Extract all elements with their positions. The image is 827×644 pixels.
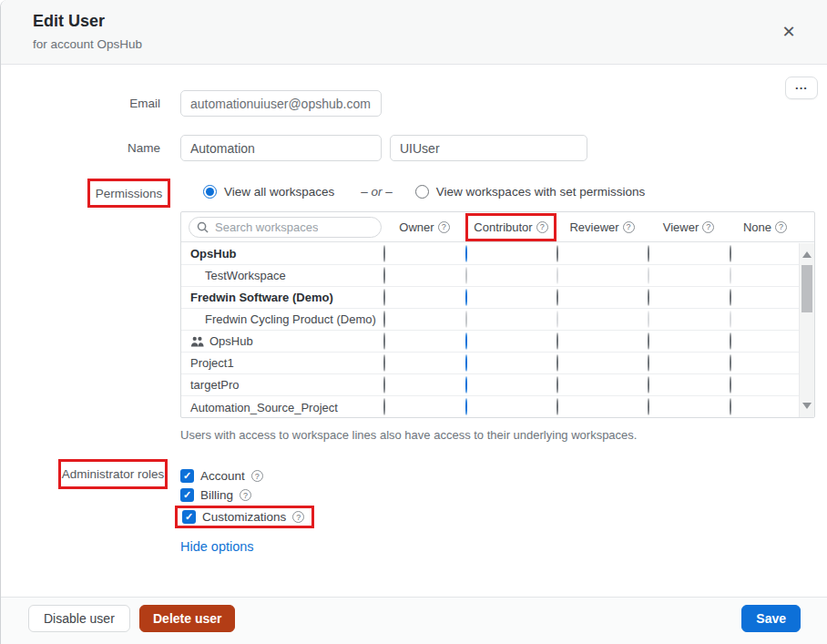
column-header-owner: Owner: [383, 215, 465, 240]
table-row: Automation_Source_Project: [181, 396, 799, 417]
column-label: Reviewer: [569, 220, 618, 234]
last-name-field[interactable]: UIUser: [390, 135, 587, 161]
permissions-label: Permissions: [87, 179, 170, 208]
table-header-row: Search workspaces OwnerContributorReview…: [181, 212, 814, 242]
admin-role-row-billing: Billing: [175, 486, 314, 505]
help-icon[interactable]: [702, 221, 714, 233]
view-all-workspaces-radio[interactable]: [203, 185, 217, 199]
reviewer-radio: [556, 267, 558, 284]
table-row: OpsHub: [181, 243, 799, 265]
reviewer-radio[interactable]: [556, 354, 558, 372]
viewer-radio[interactable]: [648, 245, 649, 262]
owner-radio[interactable]: [383, 376, 385, 394]
column-header-reviewer: Reviewer: [556, 215, 648, 240]
contributor-radio[interactable]: [465, 289, 467, 306]
close-icon[interactable]: [778, 21, 800, 43]
name-label: Name: [1, 141, 160, 155]
contributor-radio[interactable]: [465, 332, 467, 350]
email-label: Email: [1, 97, 160, 110]
contributor-radio[interactable]: [465, 245, 467, 262]
contributor-radio[interactable]: [465, 354, 467, 372]
column-header-contributor: Contributor: [465, 213, 556, 241]
disable-user-button[interactable]: Disable user: [28, 605, 130, 632]
owner-radio[interactable]: [383, 267, 385, 284]
viewer-radio[interactable]: [648, 289, 649, 306]
contributor-radio[interactable]: [465, 398, 467, 415]
table-body: OpsHubTestWorkspaceFredwin Software (Dem…: [181, 243, 799, 417]
none-radio[interactable]: [730, 332, 731, 350]
owner-radio[interactable]: [383, 289, 385, 306]
contributor-radio: [465, 311, 467, 328]
help-icon[interactable]: [775, 221, 787, 233]
billing-checkbox[interactable]: [180, 488, 194, 502]
table-row: targetPro: [181, 374, 799, 396]
column-label: Contributor: [474, 220, 532, 234]
permissions-label-text: Permissions: [96, 187, 163, 200]
administrator-roles-label-text: Administrator roles: [62, 467, 165, 481]
help-icon[interactable]: [623, 221, 635, 233]
viewer-radio[interactable]: [648, 398, 649, 415]
administrator-roles-label: Administrator roles: [58, 459, 168, 489]
column-label: None: [743, 220, 771, 234]
viewer-radio: [648, 267, 649, 284]
delete-user-button[interactable]: Delete user: [139, 605, 235, 632]
contributor-radio[interactable]: [465, 376, 467, 394]
reviewer-radio[interactable]: [556, 332, 558, 350]
workspace-name: OpsHub: [181, 247, 383, 261]
none-radio[interactable]: [730, 376, 731, 394]
scroll-down-icon[interactable]: [802, 403, 812, 409]
scrollbar-thumb[interactable]: [801, 265, 812, 312]
reviewer-radio[interactable]: [556, 398, 558, 415]
table-row: Project1: [181, 353, 799, 374]
ellipsis-icon: [795, 82, 808, 89]
dialog-subtitle: for account OpsHub: [33, 37, 142, 51]
help-icon[interactable]: [438, 221, 450, 233]
owner-radio[interactable]: [383, 354, 385, 372]
search-icon: [197, 221, 209, 233]
help-icon[interactable]: [240, 489, 251, 501]
help-icon[interactable]: [292, 511, 304, 523]
help-icon[interactable]: [251, 470, 263, 482]
page-title: Edit User: [33, 12, 105, 31]
checkbox-label: Account: [200, 469, 245, 483]
reviewer-radio[interactable]: [556, 245, 558, 262]
viewer-radio[interactable]: [648, 332, 649, 350]
view-set-permissions-radio[interactable]: [415, 185, 429, 199]
owner-radio[interactable]: [383, 332, 385, 350]
search-input[interactable]: Search workspaces: [189, 217, 382, 238]
workspace-permissions-table: Search workspaces OwnerContributorReview…: [180, 211, 815, 418]
viewer-radio[interactable]: [648, 376, 649, 394]
workspace-name: TestWorkspace: [181, 269, 383, 282]
owner-radio[interactable]: [383, 398, 385, 415]
viewer-radio: [648, 311, 649, 328]
contributor-radio: [465, 267, 467, 284]
hide-options-link[interactable]: Hide options: [180, 539, 254, 554]
column-label: Owner: [399, 220, 434, 234]
view-set-permissions-label: View workspaces with set permissions: [436, 185, 645, 199]
more-options-button[interactable]: [785, 77, 818, 99]
none-radio[interactable]: [730, 398, 731, 415]
or-separator: – or –: [361, 185, 393, 199]
checkbox-label: Customizations: [202, 510, 286, 524]
workspace-name: Automation_Source_Project: [181, 401, 383, 414]
administrator-roles-list: AccountBillingCustomizations: [175, 466, 314, 528]
none-radio[interactable]: [730, 245, 731, 262]
save-button[interactable]: Save: [741, 605, 801, 632]
permissions-mode-group: View all workspaces – or – View workspac…: [203, 185, 645, 199]
email-field[interactable]: automationuiuser@opshub.com: [180, 90, 382, 117]
owner-radio[interactable]: [383, 311, 385, 328]
viewer-radio[interactable]: [648, 354, 649, 372]
reviewer-radio[interactable]: [556, 289, 558, 306]
none-radio[interactable]: [730, 289, 731, 306]
owner-radio[interactable]: [383, 245, 385, 262]
none-radio[interactable]: [730, 354, 731, 372]
column-header-none: None: [730, 215, 801, 240]
table-scrollbar[interactable]: [799, 243, 814, 417]
customizations-checkbox[interactable]: [182, 510, 196, 524]
none-radio: [730, 311, 731, 328]
scroll-up-icon[interactable]: [802, 251, 812, 258]
help-icon[interactable]: [536, 221, 548, 233]
account-checkbox[interactable]: [180, 469, 194, 483]
first-name-field[interactable]: Automation: [180, 135, 382, 161]
reviewer-radio[interactable]: [556, 376, 558, 394]
